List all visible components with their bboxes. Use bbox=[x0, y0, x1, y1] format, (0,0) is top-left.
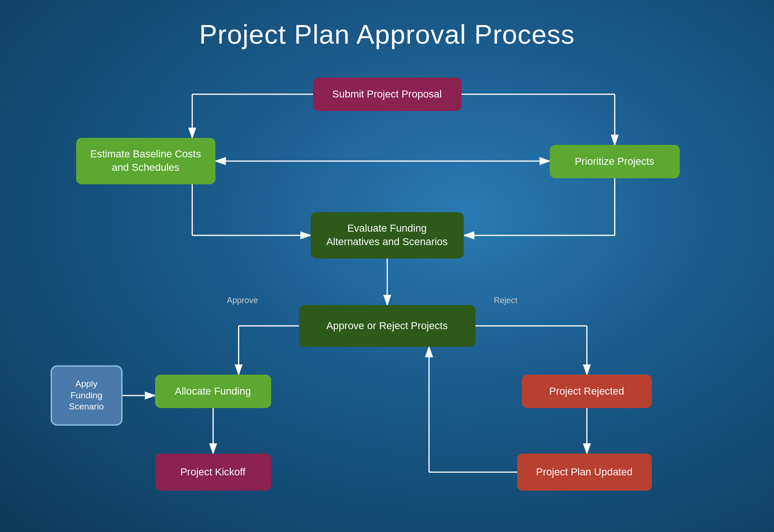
estimate-node: Estimate Baseline Costs and Schedules bbox=[76, 138, 215, 184]
evaluate-node: Evaluate Funding Alternatives and Scenar… bbox=[311, 212, 464, 259]
approve-label: Approve bbox=[227, 296, 258, 305]
diagram: Submit Project Proposal Estimate Baselin… bbox=[39, 59, 735, 500]
approve-reject-node: Approve or Reject Projects bbox=[299, 305, 475, 347]
project-rejected-node: Project Rejected bbox=[522, 375, 652, 408]
apply-funding-node: Apply Funding Scenario bbox=[51, 365, 123, 426]
reject-label: Reject bbox=[494, 296, 518, 305]
arrows-svg bbox=[39, 59, 735, 500]
project-kickoff-node: Project Kickoff bbox=[155, 454, 271, 491]
page-title: Project Plan Approval Process bbox=[0, 0, 774, 59]
submit-node: Submit Project Proposal bbox=[313, 78, 462, 111]
prioritize-node: Prioritize Projects bbox=[550, 145, 680, 178]
allocate-node: Allocate Funding bbox=[155, 375, 271, 408]
project-plan-updated-node: Project Plan Updated bbox=[517, 454, 652, 491]
